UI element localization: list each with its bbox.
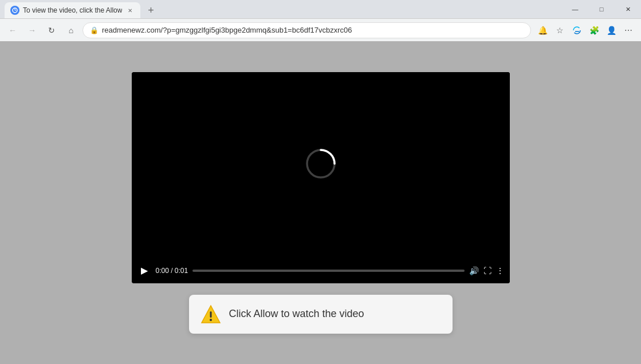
address-bar: ← → ↻ ⌂ 🔒 readmenewz.com/?p=gmzggzlfgi5g… <box>0 18 641 41</box>
browser-window: To view the video, click the Allow ✕ + —… <box>0 0 641 364</box>
url-bar[interactable]: 🔒 readmenewz.com/?p=gmzggzlfgi5gi3bpge2d… <box>82 22 531 38</box>
warning-triangle-icon <box>200 304 221 325</box>
tab-favicon <box>10 6 19 15</box>
notification-message: Click Allow to watch the video <box>229 308 364 320</box>
notification-banner: Click Allow to watch the video <box>189 295 453 334</box>
svg-rect-3 <box>210 311 211 318</box>
page-content: ▶ 0:00 / 0:01 🔊 ⛶ ⋮ Click Allow to watch… <box>0 41 641 364</box>
progress-bar[interactable] <box>192 270 464 272</box>
minimize-button[interactable]: — <box>562 0 588 18</box>
maximize-button[interactable]: □ <box>588 0 615 18</box>
extension-icon[interactable]: 🧩 <box>586 22 602 38</box>
edge-icon[interactable] <box>569 22 585 38</box>
tab-close-button[interactable]: ✕ <box>125 6 135 15</box>
tab-strip: To view the video, click the Allow ✕ + <box>5 0 562 18</box>
more-options-button[interactable]: ⋮ <box>496 266 504 275</box>
play-button[interactable]: ▶ <box>137 265 151 276</box>
star-icon[interactable]: ☆ <box>552 22 568 38</box>
video-player: ▶ 0:00 / 0:01 🔊 ⛶ ⋮ <box>132 72 510 283</box>
back-button[interactable]: ← <box>5 22 21 38</box>
time-display: 0:00 / 0:01 <box>156 267 188 275</box>
home-button[interactable]: ⌂ <box>63 22 79 38</box>
profile-icon[interactable]: 👤 <box>603 22 619 38</box>
new-tab-button[interactable]: + <box>143 2 159 18</box>
title-bar: To view the video, click the Allow ✕ + —… <box>0 0 641 18</box>
bell-icon[interactable]: 🔔 <box>534 22 550 38</box>
close-button[interactable]: ✕ <box>615 0 641 18</box>
video-area <box>132 72 510 258</box>
url-text: readmenewz.com/?p=gmzggzlfgi5gi3bpge2dmm… <box>102 26 524 34</box>
tab-title: To view the video, click the Allow <box>23 6 122 14</box>
fullscreen-button[interactable]: ⛶ <box>483 266 491 275</box>
active-tab[interactable]: To view the video, click the Allow ✕ <box>5 2 140 18</box>
loading-spinner <box>304 147 338 183</box>
svg-point-4 <box>210 319 212 321</box>
refresh-button[interactable]: ↻ <box>44 22 60 38</box>
menu-icon[interactable]: ⋯ <box>620 22 636 38</box>
volume-button[interactable]: 🔊 <box>469 266 479 275</box>
forward-button[interactable]: → <box>24 22 40 38</box>
toolbar-icons: 🔔 ☆ 🧩 👤 ⋯ <box>534 22 636 38</box>
window-controls: — □ ✕ <box>562 0 641 18</box>
lock-icon: 🔒 <box>90 26 99 34</box>
video-controls: ▶ 0:00 / 0:01 🔊 ⛶ ⋮ <box>132 258 510 283</box>
